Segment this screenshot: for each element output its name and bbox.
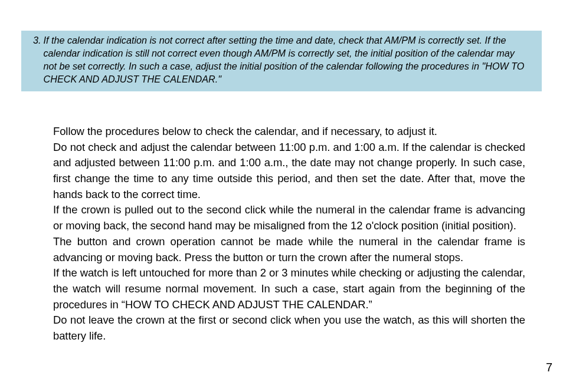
paragraph-2: Do not check and adjust the calendar bet… [53, 140, 525, 203]
paragraph-3: If the crown is pulled out to the second… [53, 202, 525, 233]
paragraph-1: Follow the procedures below to check the… [53, 124, 525, 140]
page-number: 7 [546, 361, 552, 374]
note-callout: 3. If the calendar indication is not cor… [21, 31, 542, 91]
note-text: If the calendar indication is not correc… [44, 34, 530, 85]
paragraph-6: Do not leave the crown at the first or s… [53, 312, 525, 344]
note-number: 3. [33, 34, 44, 85]
paragraph-5: If the watch is left untouched for more … [53, 265, 525, 312]
body-text: Follow the procedures below to check the… [53, 124, 525, 344]
document-page: 3. If the calendar indication is not cor… [0, 0, 563, 392]
paragraph-4: The button and crown operation cannot be… [53, 234, 525, 265]
